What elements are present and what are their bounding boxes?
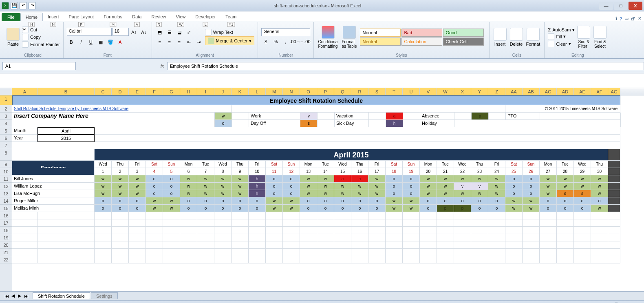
col-header-C[interactable]: C [95,88,112,95]
shift-cell[interactable]: o [283,183,300,190]
row-header-15[interactable]: 15 [0,205,12,212]
day-num-22[interactable]: 22 [454,168,471,175]
shift-cell[interactable]: o [557,197,574,205]
col-header-P[interactable]: P [317,88,334,95]
col-header-AG[interactable]: AG [608,88,620,95]
shift-cell[interactable]: w [368,190,386,197]
row-header-18[interactable]: 18 [0,227,12,234]
shift-cell[interactable]: w [197,183,214,190]
shift-cell[interactable]: o [488,205,505,212]
shift-cell[interactable]: w [351,190,368,197]
shift-cell[interactable]: o [163,190,180,197]
col-header-M[interactable]: M [266,88,283,95]
shift-cell[interactable]: w [214,190,232,197]
shift-cell[interactable]: o [163,175,180,183]
grow-font-button[interactable]: A↑ [130,28,139,37]
day-num-16[interactable]: 16 [351,168,368,175]
day-name-20[interactable]: Mon [420,161,437,168]
shift-cell[interactable]: w [300,183,317,190]
day-name-10[interactable]: Fri [249,161,266,168]
shift-cell[interactable]: o [368,205,386,212]
shift-cell[interactable]: h [249,183,266,190]
shift-cell[interactable]: o [334,205,351,212]
row-header-4[interactable]: 4 [0,120,12,127]
shift-cell[interactable]: w [591,175,608,183]
col-header-AD[interactable]: AD [557,88,574,95]
excel-icon[interactable]: X [2,2,9,9]
row-header-19[interactable]: 19 [0,234,12,241]
redo-icon[interactable]: ↷ [29,2,36,9]
shift-cell[interactable]: a [351,175,368,183]
shift-cell[interactable]: o [232,197,249,205]
day-name-23[interactable]: Thu [471,161,488,168]
day-num-9[interactable]: 9 [232,168,249,175]
shift-cell[interactable]: w [540,175,557,183]
legend-label-a[interactable]: Absence [420,113,454,120]
shift-cell[interactable]: w [403,205,420,212]
day-name-11[interactable]: Sat [266,161,283,168]
tab-developer[interactable]: DeveloperL [190,13,221,21]
col-header-A[interactable]: A [12,88,37,95]
shift-cell[interactable]: w [317,190,334,197]
legend-key-a[interactable]: a [386,113,403,120]
shift-cell[interactable]: w [163,197,180,205]
col-header-I[interactable]: I [197,88,214,95]
day-name-27[interactable]: Mon [540,161,557,168]
col-header-W[interactable]: W [437,88,454,95]
shift-cell[interactable]: w [557,175,574,183]
orientation-button[interactable]: ⤢ [185,28,194,37]
day-name-9[interactable]: Thu [232,161,249,168]
shift-cell[interactable]: w [540,190,557,197]
legend-label-o[interactable]: Day Off [249,120,283,127]
shift-cell[interactable]: o [403,175,420,183]
col-header-AB[interactable]: AB [523,88,540,95]
shift-cell[interactable]: w [420,190,437,197]
day-num-20[interactable]: 20 [420,168,437,175]
day-name-13[interactable]: Mon [300,161,317,168]
align-middle-button[interactable]: ☰ [165,28,174,37]
col-header-Q[interactable]: Q [334,88,351,95]
col-header-B[interactable]: B [37,88,95,95]
shift-cell[interactable]: w [368,175,386,183]
day-num-28[interactable]: 28 [557,168,574,175]
cut-button[interactable]: ✂Cut [22,27,60,33]
title-banner[interactable]: Employee Shift Rotation Schedule [12,95,620,105]
shift-cell[interactable]: w [523,205,540,212]
minimize-button[interactable]: — [599,2,613,10]
row-header-17[interactable]: 17 [0,219,12,227]
day-num-17[interactable]: 17 [368,168,386,175]
day-num-13[interactable]: 13 [300,168,317,175]
sheet-tab-settings[interactable]: Settings [91,292,118,299]
merge-center-button[interactable]: Merge & Center▾ [205,36,255,45]
fx-icon[interactable]: fx [157,64,167,69]
col-header-V[interactable]: V [420,88,437,95]
shift-cell[interactable]: w [197,175,214,183]
shift-cell[interactable]: o [197,197,214,205]
row-header-14[interactable]: 14 [0,197,12,205]
format-painter-button[interactable]: Format Painter [22,41,60,48]
shift-cell[interactable]: w [386,197,403,205]
employee-name-row-3[interactable]: Lisa McHugh [12,190,95,197]
col-header-K[interactable]: K [232,88,249,95]
help-icon[interactable]: ? [620,16,622,21]
row-header-10[interactable]: 10 [0,168,12,175]
row-header-8[interactable]: 8 [0,149,12,161]
shift-cell[interactable]: o [488,197,505,205]
row-header-22[interactable]: 22 [0,256,12,263]
employee-name-row-5[interactable]: Mellisa Minh [12,205,95,212]
shift-cell[interactable]: w [283,205,300,212]
cell-style-calculation[interactable]: Calculation [401,38,442,46]
shift-cell[interactable]: o [403,183,420,190]
shift-cell[interactable]: o [180,197,197,205]
shift-cell[interactable]: w [197,190,214,197]
template-link[interactable]: Shift Rotation Schedule Template by Time… [12,105,232,113]
day-num-2[interactable]: 2 [112,168,129,175]
col-header-AF[interactable]: AF [591,88,608,95]
shift-cell[interactable]: w [334,183,351,190]
align-right-button[interactable]: ≡ [175,38,184,46]
shift-cell[interactable]: w [95,190,112,197]
shift-cell[interactable]: w [523,197,540,205]
day-num-8[interactable]: 8 [214,168,232,175]
shift-cell[interactable]: w [488,190,505,197]
shift-cell[interactable]: o [523,183,540,190]
